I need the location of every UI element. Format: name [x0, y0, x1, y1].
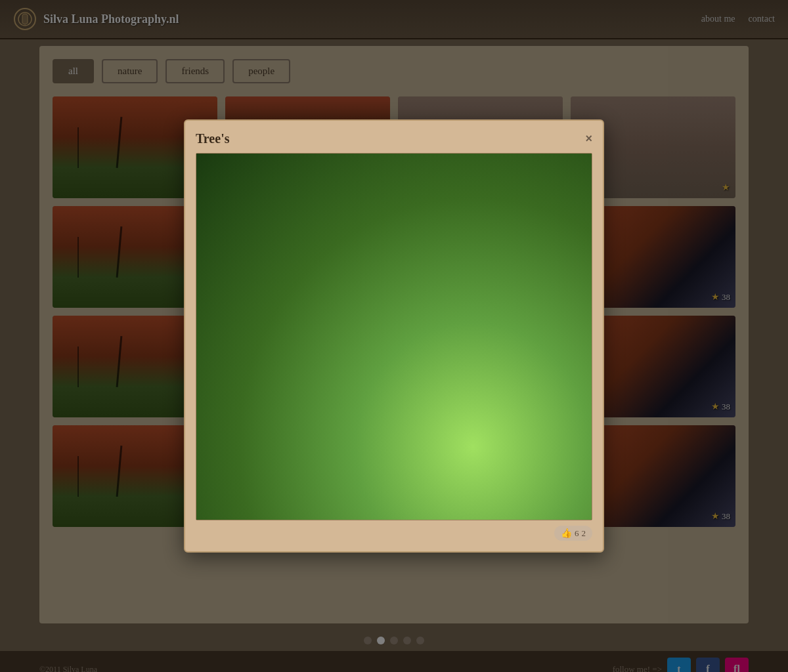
- modal-footer: 👍 6 2: [196, 526, 592, 541]
- svg-point-28: [247, 245, 339, 324]
- modal-close-button[interactable]: ×: [585, 132, 592, 146]
- modal-image: [196, 153, 592, 520]
- svg-rect-8: [280, 304, 303, 520]
- svg-point-27: [489, 213, 592, 304]
- svg-point-4: [196, 154, 592, 245]
- svg-rect-7: [257, 284, 283, 520]
- svg-rect-21: [445, 353, 458, 520]
- modal-header: Tree's ×: [196, 131, 592, 146]
- svg-rect-17: [505, 284, 531, 520]
- svg-rect-6: [230, 258, 260, 520]
- svg-point-24: [196, 180, 273, 284]
- svg-rect-12: [338, 363, 350, 520]
- comments-count: 2: [582, 528, 586, 539]
- svg-rect-5: [196, 219, 230, 520]
- svg-point-30: [371, 402, 475, 481]
- svg-rect-22: [435, 363, 447, 520]
- svg-rect-2: [196, 154, 592, 520]
- svg-point-25: [196, 213, 299, 304]
- svg-rect-9: [299, 324, 319, 520]
- svg-rect-23: [426, 373, 435, 520]
- likes-count: 6: [575, 528, 579, 539]
- svg-rect-11: [328, 353, 341, 520]
- modal-overlay[interactable]: Tree's ×: [0, 0, 788, 672]
- svg-point-3: [260, 461, 592, 520]
- svg-point-29: [450, 245, 542, 324]
- modal-box: Tree's ×: [184, 119, 604, 553]
- svg-point-26: [515, 180, 592, 284]
- svg-rect-10: [315, 340, 332, 520]
- svg-rect-15: [558, 219, 592, 520]
- like-badge: 👍 6 2: [554, 526, 592, 541]
- modal-title: Tree's: [196, 131, 229, 146]
- svg-rect-20: [456, 340, 473, 520]
- svg-point-31: [391, 425, 456, 471]
- thumbs-up-icon: 👍: [561, 528, 572, 539]
- svg-rect-14: [355, 381, 362, 520]
- svg-rect-13: [347, 373, 357, 520]
- svg-rect-18: [486, 304, 509, 520]
- svg-rect-19: [470, 324, 489, 520]
- svg-rect-16: [528, 258, 558, 520]
